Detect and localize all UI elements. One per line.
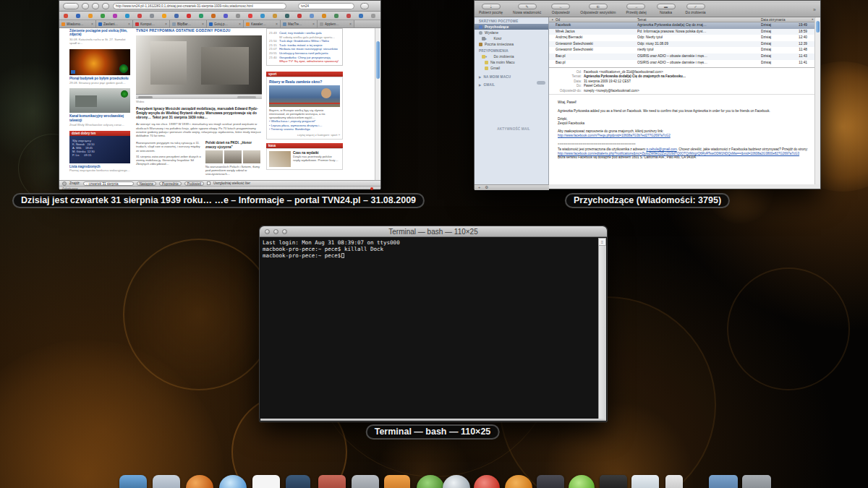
- home-button[interactable]: [102, 3, 109, 9]
- dock-app-icon[interactable]: [600, 475, 627, 488]
- sport-link-text[interactable]: Lepsza płaca, wymarzona drużyna i…: [271, 124, 323, 127]
- column-subject[interactable]: Temat: [637, 17, 647, 22]
- mail-toolbar-button[interactable]: ⇇ Odpowiedz wszystkim: [580, 4, 616, 14]
- add-mailbox-button[interactable]: +: [478, 185, 480, 190]
- browser-tab[interactable]: Zasilani… ×: [96, 20, 133, 27]
- message-row[interactable]: Bao.pl OSIRIS oraz ADIO – obuwie damskie…: [549, 53, 816, 60]
- bookmark-icon[interactable]: [260, 14, 265, 18]
- sort-dot-column[interactable]: •: [552, 17, 553, 22]
- sport-more-link[interactable]: czytaj więcej z kategorii: sport »: [269, 133, 340, 137]
- tab-close-icon[interactable]: ×: [202, 22, 204, 26]
- bookmark-icon[interactable]: [199, 14, 203, 18]
- browser-tab[interactable]: BlipBar… ×: [170, 20, 207, 27]
- tab-close-icon[interactable]: ×: [91, 22, 93, 26]
- bookmark-icon[interactable]: [322, 14, 326, 18]
- find-input[interactable]: ⌕ czwartek 31 sierpnia: [83, 181, 134, 186]
- reload-button[interactable]: [82, 3, 89, 9]
- sidebar-item-trash[interactable]: ▶ Kosz: [475, 35, 548, 41]
- bookmark-icon[interactable]: [88, 14, 93, 18]
- mail-toolbar-button[interactable]: ✓ Do zrobienia: [686, 4, 706, 14]
- news-headline[interactable]: Zderzenie pociągów pod stolicą (film, zd…: [69, 29, 132, 37]
- bookmark-icon[interactable]: [310, 14, 314, 18]
- kasa-section-tag[interactable]: kasa: [266, 143, 343, 148]
- bookmark-icon[interactable]: [224, 14, 228, 18]
- dock-app-icon[interactable]: [443, 475, 470, 488]
- ticker-headline[interactable]: Włącz TV! Są żywi, odnaleziono spawaczy!: [279, 59, 339, 64]
- terminal-scrollbar-cap[interactable]: ≡: [598, 238, 606, 246]
- search-field[interactable]: tvn24: [298, 3, 354, 9]
- sport-headline[interactable]: Ribery w Realu zamknie okno?: [269, 80, 340, 84]
- sidebar-item-junk[interactable]: Poczta śmieciowa: [475, 41, 548, 47]
- message-row[interactable]: Gniewomir Świechowski Odp: niusy 31.08.0…: [549, 41, 816, 48]
- close-button[interactable]: [265, 229, 270, 234]
- sport-link[interactable]: • Trenerzy sezonu: Bundesliga: [269, 127, 340, 131]
- dock-app-icon[interactable]: [318, 475, 346, 488]
- find-next-button[interactable]: Następne: [137, 181, 156, 186]
- related-article-headline[interactable]: Polski dzień na PKOl. „Honor znaczy ojcz…: [205, 141, 262, 149]
- message-row[interactable]: Mirek Jacius Pd: Informacja prasowa: Now…: [549, 29, 816, 35]
- dock-app-icon[interactable]: [384, 475, 410, 488]
- dock-app-icon[interactable]: [417, 475, 444, 488]
- sport-link-text[interactable]: Wielka kasa i „zepsuty przyjaciel”: [271, 119, 316, 123]
- sport-section-tag[interactable]: sport: [266, 72, 343, 77]
- disclosure-triangle-icon[interactable]: ▶: [479, 75, 482, 79]
- column-from[interactable]: Od: [556, 17, 560, 22]
- news-headline[interactable]: Kanał komunikacyjny wrocławskiej telewiz…: [69, 114, 132, 122]
- bookmark-icon[interactable]: [346, 14, 351, 18]
- dock-app-icon[interactable]: [631, 475, 659, 488]
- browser-scroll-thumb[interactable]: [376, 41, 380, 79]
- sidebar-item-todo[interactable]: ▼ Do zrobienia: [475, 53, 548, 59]
- browser-scrollbar[interactable]: [375, 28, 380, 180]
- bookmark-icon[interactable]: [162, 14, 166, 18]
- dock-app-icon[interactable]: [742, 475, 771, 488]
- find-highlight-button[interactable]: Podświetl: [184, 181, 204, 186]
- news-headline[interactable]: Płonął budynek po byłym przedszkolu: [69, 77, 132, 80]
- tab-close-icon[interactable]: ×: [276, 22, 278, 26]
- browser-tab[interactable]: MacTre… ×: [281, 20, 318, 27]
- dock-app-icon[interactable]: [286, 475, 310, 488]
- sidebar-item-todo-gmail[interactable]: Gmail: [475, 65, 548, 71]
- toolbar-overflow-chevron[interactable]: »: [813, 4, 816, 17]
- bookmark-icon[interactable]: [371, 14, 375, 18]
- money-photo[interactable]: [269, 151, 291, 167]
- terminal-titlebar[interactable]: Terminal — bash — 110×25: [260, 226, 607, 237]
- related-photo[interactable]: [205, 150, 223, 163]
- disclosure-triangle-icon[interactable]: ▶: [479, 83, 482, 87]
- bookmark-icon[interactable]: [211, 14, 216, 18]
- bookmark-icon[interactable]: [236, 14, 240, 18]
- mail-scroll-thumb[interactable]: [816, 21, 820, 33]
- sidebar-item-inbox[interactable]: Przychodzące: [475, 24, 548, 30]
- bookmark-icon[interactable]: [359, 14, 363, 18]
- terminal-output[interactable]: Last login: Mon Aug 31 08:39:07 on ttys0…: [260, 238, 598, 419]
- zoom-button[interactable]: [282, 229, 287, 234]
- bookmark-icon[interactable]: [174, 14, 179, 18]
- browser-tab[interactable]: Komput… ×: [133, 20, 170, 27]
- bookmark-icon[interactable]: [334, 14, 339, 18]
- message-row[interactable]: Andrzej Biernacki Odp: Niezły tytuł Dzis…: [549, 35, 816, 41]
- mail-toolbar-button[interactable]: ⇣ Pobierz pocztę: [479, 4, 503, 14]
- message-row[interactable]: Gniewomir Świechowski niezły tytuł Dzisi…: [549, 47, 816, 53]
- tab-close-icon[interactable]: ×: [239, 22, 241, 26]
- dock-app-icon[interactable]: [537, 475, 564, 488]
- bookmark-icon[interactable]: [125, 14, 129, 18]
- minimize-button[interactable]: [273, 229, 278, 234]
- historic-video-player[interactable]: [136, 35, 262, 99]
- tab-close-icon[interactable]: ×: [312, 22, 315, 26]
- bookmark-icon[interactable]: [150, 14, 154, 18]
- bookmark-icon[interactable]: [187, 14, 191, 18]
- mail-scrollbar[interactable]: [814, 18, 820, 184]
- column-date[interactable]: Data otrzymania: [761, 17, 785, 22]
- bookmark-icon[interactable]: [113, 14, 117, 18]
- dock-app-icon[interactable]: [474, 475, 500, 488]
- terminal-scrollbar[interactable]: ≡: [598, 238, 606, 419]
- article-section-headline[interactable]: TVN24 PRZYPOMINA OSTATNIE GODZINY POKOJU: [136, 28, 262, 33]
- bookmark-icon[interactable]: [285, 14, 289, 18]
- video-controls[interactable]: [136, 94, 262, 99]
- sidebar-item-sent[interactable]: Wysłane: [475, 30, 548, 35]
- mail-toolbar-button[interactable]: ✎ Nowa wiadomość: [513, 4, 541, 14]
- sport-photo[interactable]: [269, 85, 340, 107]
- safari-window-tvn24[interactable]: http://www.tvn24.pl/-1,1612283,0,1,dzisi…: [59, 0, 381, 189]
- related-photo[interactable]: [243, 150, 260, 163]
- tab-close-icon[interactable]: ×: [128, 22, 130, 26]
- find-prev-button[interactable]: Poprzednie: [159, 181, 182, 186]
